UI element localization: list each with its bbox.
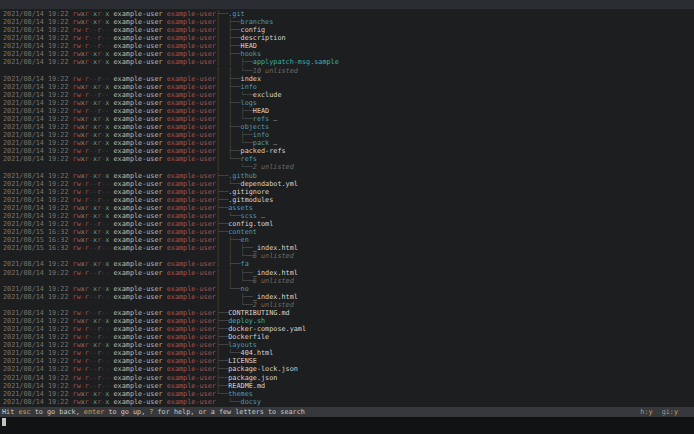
file-meta	[0, 163, 216, 171]
entry-name[interactable]: CONTRIBUTING.md	[228, 309, 289, 317]
entry-name[interactable]: refs	[253, 115, 269, 123]
tree-row[interactable]: 2021/08/14 19:22 rw-r--r-- example-user …	[0, 107, 694, 115]
entry-name[interactable]: config.toml	[228, 220, 273, 228]
entry-name[interactable]: description	[241, 34, 286, 42]
tree-row[interactable]: 2021/08/14 19:22 rw-r--r-- example-user …	[0, 374, 694, 382]
entry-name[interactable]: themes	[228, 390, 253, 398]
entry-name[interactable]: docsy	[241, 398, 261, 406]
tree-row[interactable]: │ └──2 unlisted	[0, 163, 694, 171]
tree-row[interactable]: 2021/08/14 19:22 rwxr-xr-x example-user …	[0, 398, 694, 406]
entry-name[interactable]: package-lock.json	[228, 365, 298, 373]
file-permissions: rwxr-xr-x	[73, 58, 110, 66]
entry-name[interactable]: scss	[241, 212, 257, 220]
tree-row[interactable]: 2021/08/14 19:22 rwxr-xr-x example-user …	[0, 285, 694, 293]
tree-row[interactable]: 2021/08/14 19:22 rwxr-xr-x example-user …	[0, 204, 694, 212]
entry-name[interactable]: refs	[241, 155, 257, 163]
tree-row[interactable]: 2021/08/14 19:22 rwxr-xr-x example-user …	[0, 50, 694, 58]
entry-name[interactable]: .github	[228, 172, 257, 180]
tree-row[interactable]: 2021/08/15 16:32 rwxr-xr-x example-user …	[0, 228, 694, 236]
entry-name[interactable]: HEAD	[241, 42, 257, 50]
tree-row[interactable]: 2021/08/14 19:22 rw-r--r-- example-user …	[0, 365, 694, 373]
tree-row[interactable]: 2021/08/14 19:22 rwxr-xr-x example-user …	[0, 115, 694, 123]
tree-row[interactable]: 2021/08/14 19:22 rw-r--r-- example-user …	[0, 325, 694, 333]
tree-row[interactable]: 2021/08/14 19:22 rw-r--r-- example-user …	[0, 188, 694, 196]
tree-row[interactable]: │ │ └──6 unlisted	[0, 252, 694, 260]
tree-row[interactable]: 2021/08/14 19:22 rwxr-xr-x example-user …	[0, 58, 694, 66]
entry-name[interactable]: .gitmodules	[228, 196, 273, 204]
tree-row[interactable]: 2021/08/14 19:22 rwxr-xr-x example-user …	[0, 390, 694, 398]
tree-row[interactable]: 2021/08/14 19:22 rw-r--r-- example-user …	[0, 34, 694, 42]
entry-name[interactable]: deploy.sh	[228, 317, 265, 325]
tree-row[interactable]: 2021/08/14 19:22 rwxr-xr-x example-user …	[0, 83, 694, 91]
tree-row[interactable]: 2021/08/14 19:22 rwxr-xr-x example-user …	[0, 172, 694, 180]
entry-name[interactable]: info	[253, 131, 269, 139]
command-input[interactable]	[0, 417, 694, 434]
tree-row[interactable]: 2021/08/14 19:22 rw-r--r-- example-user …	[0, 42, 694, 50]
entry-name[interactable]: logs	[241, 99, 257, 107]
tree-row[interactable]: 2021/08/14 19:22 rw-r--r-- example-user …	[0, 349, 694, 357]
entry-name[interactable]: HEAD	[253, 107, 269, 115]
tree-row[interactable]: 2021/08/14 19:22 rwxr-xr-x example-user …	[0, 123, 694, 131]
entry-name[interactable]: .gitignore	[228, 188, 269, 196]
entry-name[interactable]: hooks	[241, 50, 261, 58]
tree-row[interactable]: 2021/08/14 19:22 rw-r--r-- example-user …	[0, 269, 694, 277]
tree-row[interactable]: 2021/08/14 19:22 rwxr-xr-x example-user …	[0, 155, 694, 163]
tree-row[interactable]: 2021/08/14 19:22 rw-r--r-- example-user …	[0, 147, 694, 155]
entry-name[interactable]: no	[241, 285, 249, 293]
tree-row[interactable]: 2021/08/14 19:22 rwxr-xr-x example-user …	[0, 341, 694, 349]
entry-name[interactable]: objects	[241, 123, 270, 131]
entry-name[interactable]: config	[241, 26, 266, 34]
tree-row[interactable]: 2021/08/14 19:22 rw-r--r-- example-user …	[0, 26, 694, 34]
entry-name[interactable]: exclude	[253, 91, 282, 99]
tree-row[interactable]: 2021/08/14 19:22 rw-r--r-- example-user …	[0, 180, 694, 188]
entry-name[interactable]: .git	[228, 10, 244, 18]
tree-branch-glyph: │ │ ├──	[216, 131, 253, 139]
tree-row[interactable]: 2021/08/14 19:22 rw-r--r-- example-user …	[0, 196, 694, 204]
entry-name[interactable]: _index.html	[253, 244, 298, 252]
entry-name[interactable]: docker-compose.yaml	[228, 325, 306, 333]
tree-row[interactable]: 2021/08/14 19:22 rw-r--r-- example-user …	[0, 91, 694, 99]
entry-name[interactable]: fa	[241, 260, 249, 268]
tree-row[interactable]: 2021/08/15 16:32 rwxr-xr-x example-user …	[0, 236, 694, 244]
tree-row[interactable]: 2021/08/14 19:22 rwxr-xr-x example-user …	[0, 317, 694, 325]
file-permissions: rw-r--r--	[73, 333, 110, 341]
tree-row[interactable]: 2021/08/14 19:22 rwxr-xr-x example-user …	[0, 10, 694, 18]
entry-name[interactable]: index	[241, 75, 261, 83]
tree-row[interactable]: 2021/08/14 19:22 rw-r--r-- example-user …	[0, 293, 694, 301]
tree-row[interactable]: 2021/08/14 19:22 rw-r--r-- example-user …	[0, 75, 694, 83]
entry-name[interactable]: en	[241, 236, 249, 244]
status-hint: Hit esc to go back, enter to go up, ? fo…	[2, 407, 305, 417]
entry-name[interactable]: applypatch-msg.sample	[253, 58, 339, 66]
entry-name[interactable]: branches	[241, 18, 274, 26]
tree-row[interactable]: 2021/08/14 19:22 rwxr-xr-x example-user …	[0, 212, 694, 220]
entry-name[interactable]: README.md	[228, 382, 265, 390]
entry-name[interactable]: assets	[228, 204, 253, 212]
tree-row[interactable]: 2021/08/14 19:22 rwxr-xr-x example-user …	[0, 99, 694, 107]
tree-row[interactable]: 2021/08/14 19:22 rw-r--r-- example-user …	[0, 357, 694, 365]
tree-row[interactable]: 2021/08/14 19:22 rw-r--r-- example-user …	[0, 220, 694, 228]
tree-row[interactable]: │ └──2 unlisted	[0, 301, 694, 309]
tree-row[interactable]: 2021/08/14 19:22 rw-r--r-- example-user …	[0, 382, 694, 390]
entry-name[interactable]: 404.html	[241, 349, 274, 357]
tree-row[interactable]: 2021/08/15 16:32 rw-r--r-- example-user …	[0, 244, 694, 252]
tree-row[interactable]: 2021/08/14 19:22 rwxr-xr-x example-user …	[0, 260, 694, 268]
entry-name[interactable]: Dockerfile	[228, 333, 269, 341]
entry-name[interactable]: info	[241, 83, 257, 91]
tree-row[interactable]: │ │ └──6 unlisted	[0, 277, 694, 285]
root-path-bar[interactable]: /home/example-user/docsy-example	[0, 0, 694, 9]
tree-row[interactable]: 2021/08/14 19:22 rwxr-xr-x example-user …	[0, 131, 694, 139]
tree-row[interactable]: 2021/08/14 19:22 rw-r--r-- example-user …	[0, 309, 694, 317]
entry-name[interactable]: pack	[253, 139, 269, 147]
entry-name[interactable]: layouts	[228, 341, 257, 349]
tree-row[interactable]: 2021/08/14 19:22 rwxr-xr-x example-user …	[0, 139, 694, 147]
entry-name[interactable]: content	[228, 228, 257, 236]
entry-name[interactable]: packed-refs	[241, 147, 286, 155]
tree-row[interactable]: 2021/08/14 19:22 rwxr-xr-x example-user …	[0, 18, 694, 26]
entry-name[interactable]: LICENSE	[228, 357, 257, 365]
tree-row[interactable]: 2021/08/14 19:22 rw-r--r-- example-user …	[0, 333, 694, 341]
entry-name[interactable]: _index.html	[253, 293, 298, 301]
entry-name[interactable]: dependabot.yml	[241, 180, 298, 188]
entry-name[interactable]: package.json	[228, 374, 277, 382]
entry-name[interactable]: _index.html	[253, 269, 298, 277]
tree-row[interactable]: │ │ └──10 unlisted	[0, 67, 694, 75]
